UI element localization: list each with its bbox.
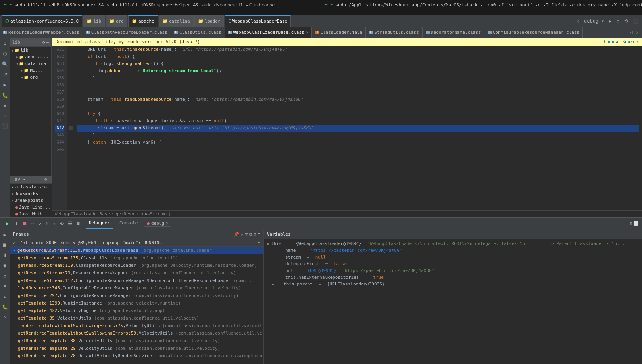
editor-tab-resource-loader-wrapper[interactable]: C ResourceLoaderWrapper.class [0,27,83,38]
debug-icon-3[interactable]: ⏸ [1,251,9,259]
frame-item-1[interactable]: getResourceAsStream:135, ClassUtils (org… [10,254,263,262]
fav-item-bookmarks[interactable]: ▶ Bookmarks [10,190,53,197]
debug-panel-expand-icon[interactable]: ⬜ [633,221,639,226]
debug-icon-2[interactable]: ⏹ [1,241,9,249]
debug-icon-9[interactable]: ⚡ [1,313,9,321]
terminal-icon[interactable]: ⬛ [1,122,9,130]
project-tab[interactable]: ⬡ atlassian-confluence-6.9.0 [2,15,82,27]
debug-panel-settings-icon[interactable]: ⚙ [629,221,632,226]
file-tab-loader[interactable]: 📁 loader [194,15,224,27]
git-icon[interactable]: ⎇ [1,71,9,79]
fav-settings-icon[interactable]: ⚙ [44,177,47,182]
todo-icon[interactable]: ☑ [1,112,9,120]
frame-item-11[interactable]: getRenderedTemplateWithoutSwallowingErro… [10,330,263,337]
scroll-left-icon[interactable]: ◁ [629,29,634,36]
fav-item-java-line[interactable]: ● Java Line... [10,204,53,211]
frames-filter-icon[interactable]: ⊟ [249,232,252,237]
frame-item-6[interactable]: getResource:297, ConfigurableResourceMan… [10,292,263,299]
debug-icon-4[interactable]: ● [1,262,9,270]
run-to-cursor-btn[interactable]: → [51,220,57,227]
frame-item-0[interactable]: ✓getResourceAsStream:1139, WebappClassLo… [10,247,263,254]
var-item-6[interactable]: ▶this.parent = {URLClassLoader@39935} [264,281,642,287]
var-item-1[interactable]: name = "https://pastebin.com/raw/0Kj4aX8… [264,247,642,254]
editor-tab-decorator-name[interactable]: C DecoratorName.class [423,27,484,38]
frame-item-12[interactable]: getRenderedTemplate:38, VelocityUtils (c… [10,337,263,345]
var-item-3[interactable]: delegateFirst = false [264,261,642,267]
frame-item-5[interactable]: loadResource:346, ConfigurableResourceMa… [10,284,263,292]
structure-icon[interactable]: ≡ [1,40,9,48]
tree-catalina[interactable]: ▼ 📁 catalina [10,60,51,67]
choose-source-link[interactable]: Choose Source [604,39,638,44]
toolbar-icon-1[interactable]: ⚙ [615,17,621,25]
debug-icon-8[interactable]: 🐛 [1,303,9,311]
var-item-2[interactable]: stream = null [264,254,642,261]
project-icon-btn[interactable]: ⬡ [1,50,9,58]
editor-tab-string-utils[interactable]: C StringUtils.class [366,27,423,38]
var-item-0[interactable]: ▶this = {WebappClassLoader@39894} "Webap… [264,240,642,247]
search-icon[interactable]: 🔍 [1,60,9,68]
breadcrumb-method[interactable]: getResourceAsStream() [116,211,171,216]
watches-btn[interactable]: ☰ [67,220,74,227]
run-icon[interactable]: ▶ [607,17,613,25]
frames-pin-icon[interactable]: 📌 [234,232,239,237]
var-item-5[interactable]: this.hasExternalRepositories = true [264,274,642,281]
var-item-4[interactable]: url = {URL@39945} "https://pastebin.com/… [264,267,642,274]
tree-lib[interactable]: ▼ 📁 lib [10,47,51,54]
frame-item-13[interactable]: getRenderedTemplate:29, VelocityUtils (c… [10,345,263,352]
step-into-btn[interactable]: ↙ [37,220,43,227]
frame-item-9[interactable]: getTemplate:89, VelocityUtils (com.atlas… [10,314,263,322]
settings-btn[interactable]: ≡ [75,220,81,227]
breadcrumb-class[interactable]: WebappClassLoaderBase [55,211,110,216]
resume-btn[interactable]: ▶ [5,220,10,227]
frame-item-8[interactable]: getTemplate:422, VelocityEngine (org.apa… [10,307,263,314]
fav-item-breakpoints[interactable]: ▶ Breakpoints [10,197,53,204]
frame-item-4[interactable]: getResourceStream:112, ConfigurableResou… [10,277,263,284]
step-over-btn[interactable]: ↷ [30,220,36,227]
close-icon-active-tab[interactable]: ✕ [306,30,309,35]
debug-instance-close[interactable]: ✕ [166,221,169,226]
editor-tab-webapp-class-loader-base[interactable]: C WebappClassLoaderBase.class ✕ [225,27,312,38]
file-tab-lib[interactable]: 📁 lib [83,15,105,27]
debug-dropdown-icon[interactable]: debug ▾ [582,17,606,25]
file-tab-webapp[interactable]: C WebappClassLoaderBase [225,15,291,27]
frame-item-2[interactable]: getResourceStream:119, ClasspathResource… [10,262,263,269]
toolbar-icon-3[interactable]: ⬛ [631,17,640,25]
frame-item-3[interactable]: getResourceStream:73, ResourceLoaderWrap… [10,269,263,277]
tree-annota[interactable]: ▶ 📁 annota... [10,54,51,60]
editor-tab-classpath-resource-loader[interactable]: C ClasspathResourceLoader.class [83,27,171,38]
debug-instance-label[interactable]: ● debug ✕ [144,220,171,227]
debug-icon-1[interactable]: ▶ [1,231,9,239]
debug-icon-7[interactable]: ★ [1,293,9,301]
thread-dropdown-icon[interactable]: ▾ [258,240,260,245]
debug-icon-6[interactable]: ≡ [1,282,9,290]
bookmark-icon[interactable]: ★ [1,102,9,109]
file-tab-org[interactable]: 📁 org [106,15,127,27]
frames-menu-icon[interactable]: ≡ [258,232,260,237]
fav-item-atlassian[interactable]: ★ atlassian-co... [10,184,53,190]
evaluate-btn[interactable]: ⟲ [58,220,65,227]
frame-item-14[interactable]: getRenderedTemplate:78, DefaultVelocityR… [10,352,263,360]
code-content[interactable]: 631 632 633 634 635 636 637 638 639 640 … [52,46,642,210]
debug-tab-console[interactable]: Console [116,218,141,229]
frame-item-7[interactable]: getTemplate:1399, RuntimeInstance (org.a… [10,299,263,307]
toolbar-icon-2[interactable]: ⟲ [623,17,630,25]
frames-arrow-down-icon[interactable]: ▽ [245,232,248,237]
step-out-btn[interactable]: ↑ [44,220,50,227]
stop-btn[interactable]: ⏹ [21,220,29,227]
debug-tab-debugger[interactable]: Debugger [86,218,113,229]
sidebar-expand-icon[interactable]: — [46,40,49,45]
editor-tab-class-utils[interactable]: C ClassUtils.class [171,27,225,38]
tree-me[interactable]: ▶ 📁 ME... [10,67,51,74]
frames-arrow-up-icon[interactable]: △ [241,232,244,237]
debug-icon-sidebar[interactable]: 🐛 [1,91,9,99]
file-tab-catalina[interactable]: 📁 catalina [159,15,194,27]
frames-settings-icon[interactable]: ⚙ [254,232,256,237]
tree-org[interactable]: ▼ 📁 org [10,74,51,80]
editor-tab-class-loader-java[interactable]: J ClassLoader.java [312,27,366,38]
scroll-right-icon[interactable]: ▷ [634,29,640,36]
sidebar-settings-icon[interactable]: ⚙ [42,40,45,45]
run-icon-sidebar[interactable]: ▶ [1,81,9,89]
file-tab-apache[interactable]: 📁 apache [128,15,158,27]
frame-item-10[interactable]: renderTemplateWithoutSwallowingErrors:75… [10,322,263,330]
fav-close-icon[interactable]: — [48,177,51,182]
